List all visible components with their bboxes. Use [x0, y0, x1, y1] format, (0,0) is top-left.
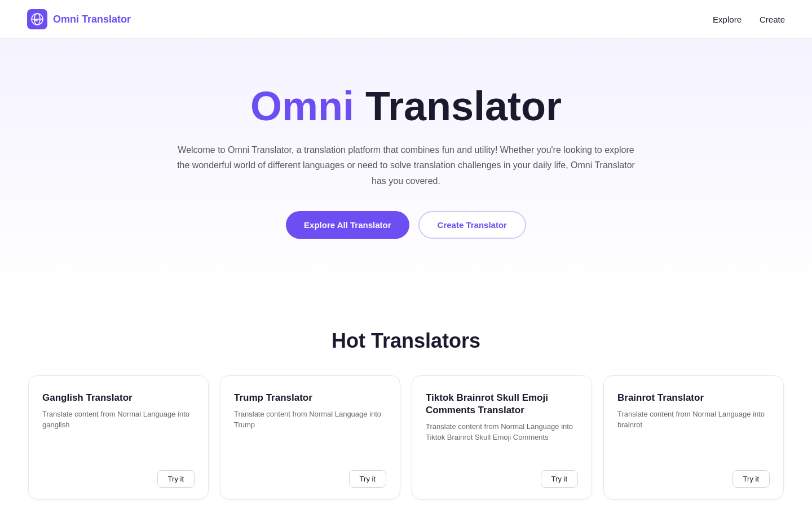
card-tiktok-title: Tiktok Brainrot Skull Emoji Comments Tra… [426, 392, 578, 417]
card-ganglish-try-button[interactable]: Try it [157, 470, 195, 488]
nav-logo[interactable]: AI Omni Translator [27, 9, 131, 29]
card-brainrot: Brainrot Translator Translate content fr… [603, 375, 784, 500]
logo-icon: AI [27, 9, 47, 29]
card-trump-title: Trump Translator [234, 392, 386, 404]
hero-title-accent: Omni [250, 84, 354, 129]
card-tiktok-desc: Translate content from Normal Language i… [426, 421, 578, 443]
card-tiktok-try-button[interactable]: Try it [541, 470, 578, 488]
card-brainrot-desc: Translate content from Normal Language i… [617, 409, 770, 431]
nav-link-create[interactable]: Create [760, 15, 785, 24]
hero-title-normal: Translator [354, 84, 562, 129]
card-brainrot-title: Brainrot Translator [617, 392, 770, 404]
card-ganglish: Ganglish Translator Translate content fr… [28, 375, 209, 500]
card-brainrot-try-button[interactable]: Try it [732, 470, 770, 488]
card-ganglish-desc: Translate content from Normal Language i… [42, 409, 195, 431]
card-ganglish-title: Ganglish Translator [42, 392, 195, 404]
card-trump: Trump Translator Translate content from … [220, 375, 400, 500]
card-tiktok: Tiktok Brainrot Skull Emoji Comments Tra… [412, 375, 592, 500]
nav-logo-text: Omni Translator [53, 14, 131, 25]
hot-translators-section: Hot Translators Ganglish Translator Tran… [0, 295, 812, 508]
nav-links: Explore Create [713, 15, 785, 24]
hero-subtitle: Welcome to Omni Translator, a translatio… [175, 142, 637, 189]
hero-buttons: Explore All Translator Create Translator [27, 211, 785, 239]
svg-text:AI: AI [34, 18, 38, 22]
explore-all-button[interactable]: Explore All Translator [286, 211, 409, 239]
card-trump-try-button[interactable]: Try it [349, 470, 386, 488]
cards-grid-row1: Ganglish Translator Translate content fr… [28, 375, 784, 500]
nav-link-explore[interactable]: Explore [713, 15, 742, 24]
create-translator-button[interactable]: Create Translator [418, 211, 526, 239]
navbar: AI Omni Translator Explore Create [0, 0, 812, 39]
hero-title: Omni Translator [27, 84, 785, 129]
card-trump-desc: Translate content from Normal Language i… [234, 409, 386, 431]
hero-section: Omni Translator Welcome to Omni Translat… [0, 39, 812, 295]
hot-translators-title: Hot Translators [27, 329, 785, 353]
